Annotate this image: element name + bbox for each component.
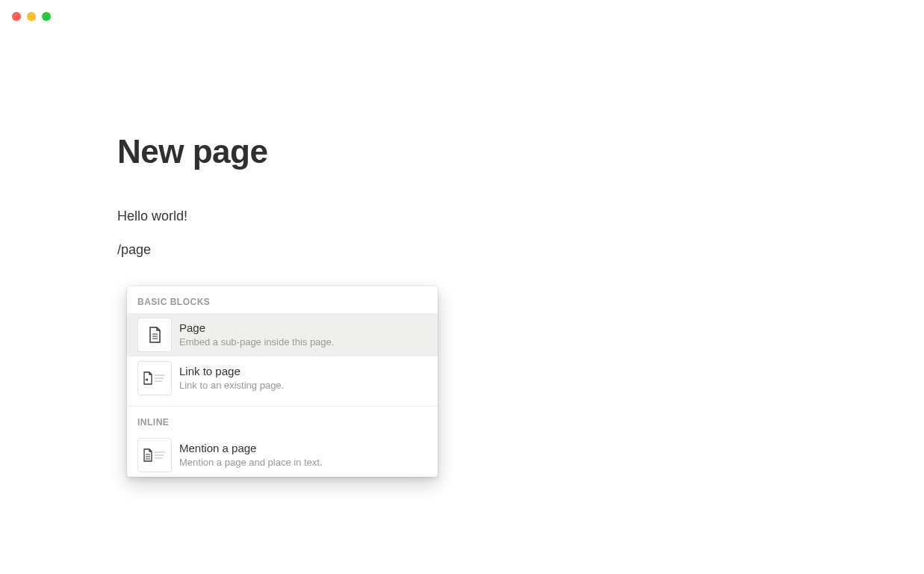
menu-item-title: Link to page [179,363,427,379]
menu-item-page[interactable]: Page Embed a sub-page inside this page. [127,313,438,357]
maximize-window-button[interactable] [42,12,51,21]
page-icon [137,318,172,352]
link-to-page-icon [137,361,172,395]
slash-command-menu: BASIC BLOCKS Page Embed a sub-page insid… [127,286,438,477]
menu-item-text: Mention a page Mention a page and place … [179,440,427,469]
minimize-window-button[interactable] [27,12,36,21]
editor-content: New page Hello world! /page BASIC BLOCKS… [0,21,924,260]
page-title[interactable]: New page [117,133,924,170]
menu-item-text: Link to page Link to an existing page. [179,363,427,392]
mention-page-icon [137,438,172,472]
text-block[interactable]: Hello world! [117,206,924,226]
menu-item-mention-page[interactable]: Mention a page Mention a page and place … [127,433,438,477]
menu-section-header-basic: BASIC BLOCKS [127,286,438,313]
menu-item-title: Mention a page [179,440,427,456]
close-window-button[interactable] [12,12,21,21]
menu-item-description: Mention a page and place in text. [179,456,427,469]
slash-command-input[interactable]: /page [117,240,924,260]
window-controls [0,0,924,21]
menu-item-link-to-page[interactable]: Link to page Link to an existing page. [127,357,438,400]
menu-item-text: Page Embed a sub-page inside this page. [179,320,427,349]
menu-item-title: Page [179,320,427,336]
menu-item-description: Embed a sub-page inside this page. [179,336,427,349]
menu-section-header-inline: INLINE [127,407,438,433]
menu-item-description: Link to an existing page. [179,379,427,392]
